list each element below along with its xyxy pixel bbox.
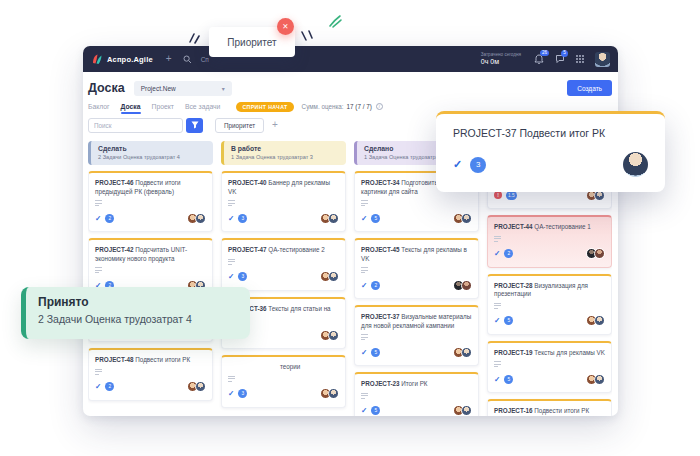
app-window: Аспро.Agile + Сп Затрачено сегодня 0ч 0м…	[83, 46, 618, 416]
check-icon: ✓	[361, 406, 367, 415]
task-title-text: Подвести итоги РК	[135, 356, 190, 363]
check-icon: ✓	[494, 249, 500, 258]
column-subtitle: 2 Задачи Оценка трудозатрат 4	[98, 154, 206, 160]
task-card[interactable]: PROJECT-37 Визуальные материалы для ново…	[354, 305, 479, 366]
column-title: Сделать	[98, 145, 206, 152]
tab-Все задачи[interactable]: Все задачи	[185, 103, 220, 113]
estimate-badge: 3	[238, 214, 247, 223]
user-avatar[interactable]	[595, 52, 610, 67]
info-icon[interactable]: i	[376, 103, 383, 110]
check-icon: ✓	[228, 272, 234, 281]
task-estimate-group: ✓2	[494, 249, 513, 258]
project-select[interactable]: Project.New ▾	[134, 81, 232, 96]
tab-Проект[interactable]: Проект	[152, 103, 174, 113]
task-title-text: Тексты для статьи на	[268, 305, 330, 312]
check-icon: ✓	[95, 382, 101, 391]
search-icon[interactable]	[183, 55, 192, 64]
description-icon	[494, 361, 501, 367]
task-title: PROJECT-16 Подвести итоги РК	[494, 407, 605, 416]
task-footer: ✓5	[361, 404, 472, 417]
time-tracker[interactable]: Затрачено сегодня 0ч 0м	[481, 52, 521, 66]
check-icon: ✓	[494, 316, 500, 325]
check-icon: ✓	[361, 281, 367, 290]
check-icon: ✓	[228, 389, 234, 398]
leaf-decor	[327, 13, 343, 29]
tab-Баклог[interactable]: Баклог	[88, 103, 110, 113]
page-header: Доска Project.New ▾ Создать	[88, 78, 612, 98]
task-title: теории	[228, 363, 339, 372]
avatar	[461, 280, 472, 291]
messages-button[interactable]: 5	[555, 54, 565, 64]
column-header[interactable]: В работе1 Задача Оценка трудозатрат 3	[221, 141, 346, 165]
task-estimate-group: ✓5	[361, 406, 380, 415]
page-title: Доска	[88, 81, 125, 95]
task-title-text: Подвести итоги РК	[534, 407, 589, 414]
task-id: PROJECT-44	[494, 223, 533, 230]
task-card[interactable]: PROJECT-46 Подвести итоги предыдущей РК …	[88, 171, 213, 232]
app-name: Аспро.Agile	[107, 55, 153, 64]
estimate-badge: 2	[504, 249, 513, 258]
task-title: PROJECT-45 Тексты для рекламы в VK	[361, 246, 472, 263]
create-icon[interactable]: +	[166, 54, 172, 64]
app-logo-icon	[91, 53, 103, 65]
task-title: PROJECT-46 Подвести итоги предыдущей РК …	[95, 179, 206, 196]
notifications-badge: 26	[540, 50, 549, 57]
apps-menu-button[interactable]	[576, 55, 584, 63]
task-card[interactable]: PROJECT-48 Подвести итоги РК✓2	[88, 348, 213, 401]
funnel-icon	[191, 121, 199, 129]
task-card[interactable]: PROJECT-45 Тексты для рекламы в VK✓2	[354, 238, 479, 299]
task-footer: ✓2	[95, 211, 206, 225]
task-card[interactable]: PROJECT-40 Баннер для рекламы VK✓3	[221, 171, 346, 232]
priority-filter-chip[interactable]: Приоритет	[215, 118, 264, 133]
nav-label-partial[interactable]: Сп	[201, 56, 209, 63]
task-title-text: QA-тестирование 2	[268, 246, 325, 253]
task-estimate-group: ✓2	[361, 281, 380, 290]
task-footer: ✓3	[228, 387, 339, 401]
task-card[interactable]: PROJECT-16 Подвести итоги РК	[487, 399, 612, 416]
close-button[interactable]: ✕	[277, 18, 294, 35]
task-footer: ✓2	[361, 278, 472, 292]
check-icon: ✓	[361, 348, 367, 357]
estimate-badge: 3	[238, 272, 247, 281]
avatar	[461, 347, 472, 358]
popup-task-title: PROJECT-37 Подвести итог РК	[453, 127, 648, 139]
task-detail-popup[interactable]: PROJECT-37 Подвести итог РК ✓ 3	[436, 111, 665, 192]
scribble-decor	[299, 30, 315, 44]
task-id: PROJECT-42	[95, 246, 134, 253]
estimate-badge: 5	[504, 375, 513, 384]
task-title-text: теории	[280, 363, 300, 370]
create-task-button[interactable]: Создать	[567, 80, 612, 96]
description-icon	[228, 376, 235, 382]
task-id: PROJECT-34	[361, 179, 400, 186]
add-filter-icon[interactable]: +	[272, 120, 278, 130]
avatar-group	[323, 388, 339, 399]
column-header[interactable]: Сделать2 Задачи Оценка трудозатрат 4	[88, 141, 213, 165]
task-footer: ✓5	[361, 211, 472, 225]
avatar-group	[456, 405, 472, 416]
avatar	[195, 381, 206, 392]
task-title-text: Тексты для рекламы VK	[534, 349, 605, 356]
task-footer: ✓2	[494, 247, 605, 261]
tab-Доска[interactable]: Доска	[121, 103, 141, 113]
filter-button[interactable]	[186, 118, 203, 133]
project-select-value: Project.New	[141, 85, 176, 92]
search-input[interactable]	[88, 118, 183, 133]
task-card[interactable]: PROJECT-23 Итоги РК✓5	[354, 372, 479, 416]
avatar	[594, 248, 605, 259]
estimate-badge: 5	[371, 406, 380, 415]
description-icon	[361, 334, 368, 340]
task-id: PROJECT-48	[95, 356, 134, 363]
avatar	[594, 315, 605, 326]
avatar	[461, 213, 472, 224]
messages-badge: 5	[561, 50, 568, 57]
notifications-button[interactable]: 26	[534, 54, 544, 65]
task-title: PROJECT-28 Визуализация для презентации	[494, 282, 605, 299]
avatar	[195, 213, 206, 224]
task-card[interactable]: теории✓3	[221, 355, 346, 408]
task-card[interactable]: PROJECT-44 QA-тестирование 1✓2	[487, 215, 612, 268]
check-icon: ✓	[228, 214, 234, 223]
task-footer: ✓3	[228, 211, 339, 225]
task-card[interactable]: PROJECT-19 Тексты для рекламы VK✓5	[487, 341, 612, 394]
task-card[interactable]: PROJECT-28 Визуализация для презентации✓…	[487, 274, 612, 335]
task-card[interactable]: PROJECT-47 QA-тестирование 2✓3	[221, 238, 346, 291]
